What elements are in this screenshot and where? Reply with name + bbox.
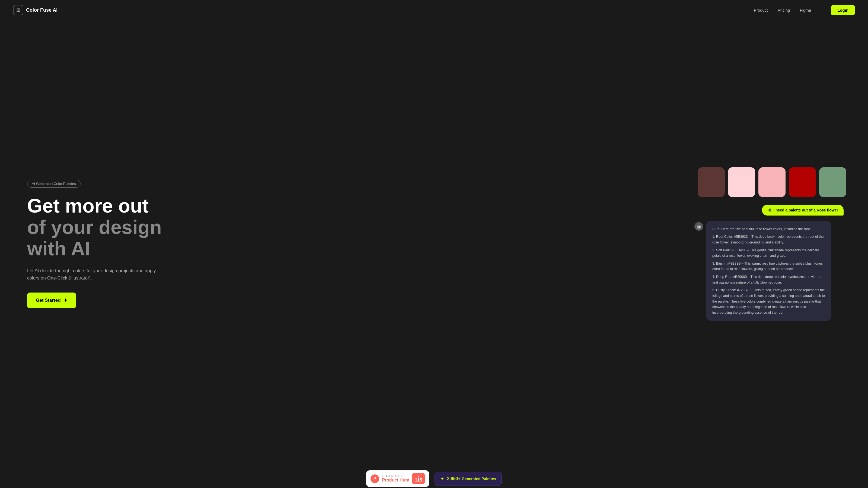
ph-score-number: 115: [415, 478, 422, 483]
ai-avatar: 🤖: [694, 222, 703, 231]
get-started-button[interactable]: Get Started ✦: [27, 293, 76, 308]
sparkle-icon: ✦: [63, 297, 67, 303]
swatch-1: [698, 167, 725, 197]
user-chat-bubble: Hi, I need a palette out of a Rose flowe…: [762, 205, 844, 216]
ai-item-2: 2. Soft Pink: #FFD4D8 – This gentle pink…: [712, 248, 825, 259]
producthunt-logo: P: [371, 475, 379, 483]
ai-response-panel: Sure! Here are five beautiful rose flowe…: [706, 221, 831, 321]
ai-item-5: 5. Dusty Green: #729B79 – This muted, ea…: [712, 287, 825, 315]
hero-badge: AI Generated Color Palettes: [27, 180, 81, 188]
hero-left: AI Generated Color Palettes Get more out…: [27, 180, 201, 308]
logo[interactable]: ⊞ Color Fuse AI: [13, 5, 58, 15]
nav-pricing[interactable]: Pricing: [778, 8, 790, 12]
nav-product[interactable]: Product: [754, 8, 768, 12]
ai-response-container: 🤖 Sure! Here are five beautiful rose flo…: [694, 221, 846, 321]
ai-intro: Sure! Here are five beautiful rose flowe…: [712, 226, 825, 232]
ph-score: ▲ 115: [412, 473, 425, 484]
logo-icon: ⊞: [13, 5, 23, 15]
producthunt-badge[interactable]: P FEATURED ON Product Hunt ▲ 115: [366, 470, 429, 487]
hero-right: Hi, I need a palette out of a Rose flowe…: [694, 167, 846, 321]
nav-figma[interactable]: Figma: [800, 8, 811, 12]
swatch-2: [728, 167, 755, 197]
sparkle-badge-icon: ✦: [440, 476, 444, 482]
generated-badge-text: 2,950+ Generated Palettes: [447, 476, 496, 481]
ph-featured-label: FEATURED ON: [382, 475, 409, 478]
generated-count-value: 2,950+: [447, 476, 460, 481]
hero-title-line1: Get more out: [27, 195, 201, 217]
ai-item-1: 1. Root Color: #5B3633 – This deep brown…: [712, 234, 825, 245]
generated-count: 2,950+ Generated Palettes: [447, 476, 496, 481]
ph-arrow-icon: ▲: [417, 475, 420, 478]
generated-label: Generated Palettes: [462, 477, 496, 481]
hero-title: Get more out of your design with AI: [27, 195, 201, 260]
login-button[interactable]: Login: [831, 5, 855, 15]
swatch-5: [819, 167, 846, 197]
generated-palettes-badge: ✦ 2,950+ Generated Palettes: [435, 472, 502, 486]
get-started-label: Get Started: [36, 298, 61, 303]
ai-item-3: 3. Blush: #F8B3B9 – This warm, rosy hue …: [712, 261, 825, 272]
hero-title-line2: of your design: [27, 217, 201, 238]
nav-divider: [821, 7, 821, 13]
ph-name: Product Hunt: [382, 478, 409, 483]
logo-text: Color Fuse AI: [26, 7, 58, 13]
hero-subtitle: Let AI decide the right colors for your …: [27, 267, 168, 282]
ai-item-4: 4. Deep Red: #B30000 – This rich, deep r…: [712, 274, 825, 285]
swatch-3: [758, 167, 785, 197]
navbar: ⊞ Color Fuse AI Product Pricing Figma Lo…: [0, 0, 868, 20]
main-content: AI Generated Color Palettes Get more out…: [0, 20, 868, 462]
bottom-badges: P FEATURED ON Product Hunt ▲ 115 ✦ 2,950…: [0, 462, 868, 488]
nav-links: Product Pricing Figma Login: [754, 5, 855, 15]
producthunt-text: FEATURED ON Product Hunt: [382, 475, 409, 483]
swatch-4: [789, 167, 816, 197]
hero-title-line3: with AI: [27, 238, 201, 259]
color-swatches: [698, 167, 846, 197]
